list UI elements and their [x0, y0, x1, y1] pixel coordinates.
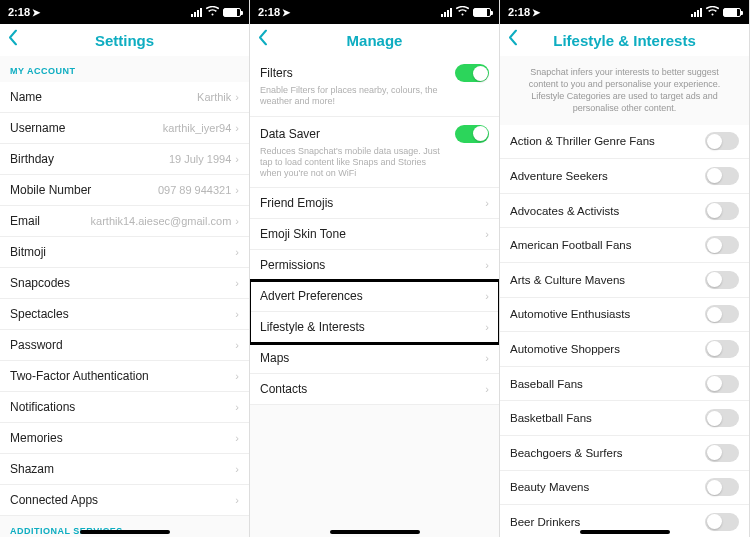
row-emoji-skin-tone[interactable]: Emoji Skin Tone › [250, 219, 499, 250]
row-label: Advert Preferences [260, 289, 363, 303]
row-bitmoji[interactable]: Bitmoji › [0, 237, 249, 268]
interest-toggle[interactable] [705, 167, 739, 185]
row-permissions[interactable]: Permissions › [250, 250, 499, 281]
manage-content: Filters Enable Filters for places nearby… [250, 56, 499, 537]
home-indicator[interactable] [580, 530, 670, 534]
row-username[interactable]: Username karthik_iyer94› [0, 113, 249, 144]
chevron-right-icon: › [485, 197, 489, 209]
battery-icon [223, 8, 241, 17]
interest-row[interactable]: Action & Thriller Genre Fans [500, 125, 749, 160]
interest-label: Baseball Fans [510, 378, 583, 390]
row-value: 097 89 944321 [158, 184, 231, 196]
row-two-factor[interactable]: Two-Factor Authentication › [0, 361, 249, 392]
interest-toggle[interactable] [705, 444, 739, 462]
interest-toggle[interactable] [705, 236, 739, 254]
header: Lifestyle & Interests [500, 24, 749, 56]
row-label: Lifestyle & Interests [260, 320, 365, 334]
interest-row[interactable]: Advocates & Activists [500, 194, 749, 229]
location-icon: ➤ [282, 7, 290, 18]
row-label: Snapcodes [10, 276, 70, 290]
battery-icon [723, 8, 741, 17]
home-indicator[interactable] [80, 530, 170, 534]
phone-settings: 2:18 ➤ Settings MY ACCOUNT Name Karthik›… [0, 0, 250, 537]
back-button[interactable] [258, 30, 268, 51]
row-value: karthik_iyer94 [163, 122, 231, 134]
row-shazam[interactable]: Shazam › [0, 454, 249, 485]
interest-toggle[interactable] [705, 409, 739, 427]
interest-row[interactable]: Adventure Seekers [500, 159, 749, 194]
row-notifications[interactable]: Notifications › [0, 392, 249, 423]
row-mobile[interactable]: Mobile Number 097 89 944321› [0, 175, 249, 206]
interest-label: Beer Drinkers [510, 516, 580, 528]
row-label: Connected Apps [10, 493, 98, 507]
data-saver-toggle[interactable] [455, 125, 489, 143]
interest-label: Automotive Shoppers [510, 343, 620, 355]
phone-interests: 2:18 ➤ Lifestyle & Interests Snapchat in… [500, 0, 750, 537]
row-label: Username [10, 121, 65, 135]
chevron-right-icon: › [485, 383, 489, 395]
interest-toggle[interactable] [705, 305, 739, 323]
page-title: Manage [347, 32, 403, 49]
chevron-right-icon: › [235, 153, 239, 165]
interest-toggle[interactable] [705, 478, 739, 496]
chevron-right-icon: › [485, 228, 489, 240]
chevron-right-icon: › [235, 370, 239, 382]
interest-toggle[interactable] [705, 375, 739, 393]
row-spectacles[interactable]: Spectacles › [0, 299, 249, 330]
back-button[interactable] [508, 30, 518, 51]
interest-row[interactable]: Beachgoers & Surfers [500, 436, 749, 471]
row-data-saver: Data Saver Reduces Snapchat's mobile dat… [250, 117, 499, 189]
chevron-right-icon: › [235, 339, 239, 351]
filters-toggle[interactable] [455, 64, 489, 82]
highlighted-prefs-group: Advert Preferences › Lifestyle & Interes… [250, 281, 499, 343]
status-bar: 2:18 ➤ [250, 0, 499, 24]
interest-row[interactable]: Baseball Fans [500, 367, 749, 402]
row-contacts[interactable]: Contacts › [250, 374, 499, 405]
row-label: Email [10, 214, 40, 228]
status-time: 2:18 [258, 6, 280, 18]
home-indicator[interactable] [330, 530, 420, 534]
chevron-right-icon: › [235, 308, 239, 320]
interests-list: Action & Thriller Genre FansAdventure Se… [500, 125, 749, 537]
interest-label: American Football Fans [510, 239, 631, 251]
row-memories[interactable]: Memories › [0, 423, 249, 454]
interest-label: Arts & Culture Mavens [510, 274, 625, 286]
interest-label: Advocates & Activists [510, 205, 619, 217]
interests-blurb: Snapchat infers your interests to better… [500, 56, 749, 125]
interest-row[interactable]: Arts & Culture Mavens [500, 263, 749, 298]
interest-toggle[interactable] [705, 202, 739, 220]
interest-toggle[interactable] [705, 513, 739, 531]
interest-row[interactable]: Automotive Shoppers [500, 332, 749, 367]
row-birthday[interactable]: Birthday 19 July 1994› [0, 144, 249, 175]
row-label: Friend Emojis [260, 196, 333, 210]
row-value: 19 July 1994 [169, 153, 231, 165]
row-password[interactable]: Password › [0, 330, 249, 361]
row-connected-apps[interactable]: Connected Apps › [0, 485, 249, 516]
chevron-right-icon: › [485, 321, 489, 333]
interest-toggle[interactable] [705, 132, 739, 150]
interest-row[interactable]: Beauty Mavens [500, 471, 749, 506]
chevron-right-icon: › [235, 91, 239, 103]
row-maps[interactable]: Maps › [250, 343, 499, 374]
interest-toggle[interactable] [705, 340, 739, 358]
interest-row[interactable]: Basketball Fans [500, 401, 749, 436]
interest-row[interactable]: Automotive Enthusiasts [500, 298, 749, 333]
row-snapcodes[interactable]: Snapcodes › [0, 268, 249, 299]
row-friend-emojis[interactable]: Friend Emojis › [250, 188, 499, 219]
section-header-my-account: MY ACCOUNT [0, 56, 249, 82]
interest-toggle[interactable] [705, 271, 739, 289]
chevron-right-icon: › [235, 122, 239, 134]
interest-label: Basketball Fans [510, 412, 592, 424]
row-lifestyle-interests[interactable]: Lifestyle & Interests › [250, 312, 499, 343]
status-bar: 2:18 ➤ [500, 0, 749, 24]
interest-row[interactable]: American Football Fans [500, 228, 749, 263]
status-time: 2:18 [508, 6, 530, 18]
row-name[interactable]: Name Karthik› [0, 82, 249, 113]
interests-content: Snapchat infers your interests to better… [500, 56, 749, 537]
row-label: Password [10, 338, 63, 352]
interest-label: Adventure Seekers [510, 170, 608, 182]
row-advert-preferences[interactable]: Advert Preferences › [250, 281, 499, 312]
back-button[interactable] [8, 30, 18, 51]
row-label: Bitmoji [10, 245, 46, 259]
row-email[interactable]: Email karthik14.aiesec@gmail.com› [0, 206, 249, 237]
